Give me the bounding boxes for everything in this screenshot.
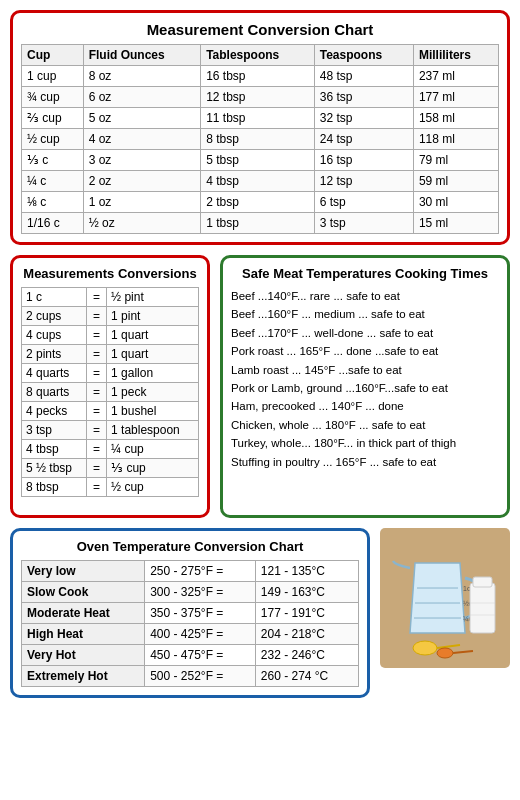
table-cell: 204 - 218°C [255,624,358,645]
table-cell: 79 ml [413,150,498,171]
table-cell: = [87,421,107,440]
table-cell: 6 tsp [314,192,413,213]
measurement-chart-col-header: Teaspoons [314,45,413,66]
table-cell: 237 ml [413,66,498,87]
table-cell: Slow Cook [22,582,145,603]
safe-meat-list: Beef ...140°F... rare ... safe to eatBee… [231,287,499,471]
table-cell: 32 tsp [314,108,413,129]
table-cell: = [87,478,107,497]
table-cell: 24 tsp [314,129,413,150]
table-cell: = [87,345,107,364]
table-row: Slow Cook300 - 325°F =149 - 163°C [22,582,359,603]
table-row: Extremely Hot500 - 252°F =260 - 274 °C [22,666,359,687]
table-cell: 8 tbsp [22,478,87,497]
table-cell: = [87,288,107,307]
table-cell: Very Hot [22,645,145,666]
table-cell: Very low [22,561,145,582]
table-cell: 30 ml [413,192,498,213]
table-cell: ¼ c [22,171,84,192]
safe-meat-item: Pork roast ... 165°F ... done ...safe to… [231,342,499,360]
table-cell: Extremely Hot [22,666,145,687]
table-cell: 1 pint [107,307,199,326]
measurement-chart-title: Measurement Conversion Chart [21,21,499,38]
table-cell: = [87,402,107,421]
table-cell: 232 - 246°C [255,645,358,666]
table-cell: 350 - 375°F = [145,603,256,624]
table-cell: 48 tsp [314,66,413,87]
table-cell: 2 cups [22,307,87,326]
table-cell: 6 oz [83,87,200,108]
table-cell: ½ oz [83,213,200,234]
safe-meat-wrapper: Safe Meat Temperatures Cooking Times Bee… [220,255,510,518]
table-cell: 4 tbsp [22,440,87,459]
safe-meat-item: Pork or Lamb, ground ...160°F...safe to … [231,379,499,397]
table-cell: 2 oz [83,171,200,192]
safe-meat-section: Safe Meat Temperatures Cooking Times Bee… [220,255,510,518]
table-cell: 1 bushel [107,402,199,421]
table-cell: 1 quart [107,326,199,345]
safe-meat-item: Beef ...160°F ... medium ... safe to eat [231,305,499,323]
table-cell: 16 tsp [314,150,413,171]
safe-meat-item: Turkey, whole... 180°F... in thick part … [231,434,499,452]
table-cell: 1 gallon [107,364,199,383]
oven-row: Oven Temperature Conversion Chart Very l… [10,528,510,708]
measurement-chart-header: CupFluid OuncesTablespoonsTeaspoonsMilli… [22,45,499,66]
table-row: 2 cups=1 pint [22,307,199,326]
table-cell: 59 ml [413,171,498,192]
table-cell: 4 cups [22,326,87,345]
table-row: ⅓ c3 oz5 tbsp16 tsp79 ml [22,150,499,171]
table-cell: ¼ cup [107,440,199,459]
table-cell: 4 pecks [22,402,87,421]
table-cell: 1 c [22,288,87,307]
table-row: 1 cup8 oz16 tbsp48 tsp237 ml [22,66,499,87]
measuring-cup-svg: 1c ½c ¼c [385,533,505,663]
kitchen-image: 1c ½c ¼c [380,528,510,668]
table-cell: = [87,364,107,383]
safe-meat-item: Beef ...140°F... rare ... safe to eat [231,287,499,305]
table-row: Very Hot450 - 475°F =232 - 246°C [22,645,359,666]
conversions-body: 1 c=½ pint2 cups=1 pint4 cups=1 quart2 p… [22,288,199,497]
table-cell: 2 tbsp [201,192,315,213]
safe-meat-item: Lamb roast ... 145°F ...safe to eat [231,361,499,379]
measurement-chart-col-header: Cup [22,45,84,66]
table-row: 2 pints=1 quart [22,345,199,364]
table-cell: = [87,383,107,402]
table-row: 5 ½ tbsp=⅓ cup [22,459,199,478]
table-cell: 8 tbsp [201,129,315,150]
table-cell: High Heat [22,624,145,645]
table-cell: = [87,459,107,478]
table-row: ¾ cup6 oz12 tbsp36 tsp177 ml [22,87,499,108]
table-cell: 1 tbsp [201,213,315,234]
table-cell: 250 - 275°F = [145,561,256,582]
table-cell: 11 tbsp [201,108,315,129]
table-cell: ⅓ c [22,150,84,171]
table-row: 4 tbsp=¼ cup [22,440,199,459]
measurement-chart-table: CupFluid OuncesTablespoonsTeaspoonsMilli… [21,44,499,234]
table-row: 4 cups=1 quart [22,326,199,345]
table-cell: 3 oz [83,150,200,171]
table-cell: 4 tbsp [201,171,315,192]
measurements-conversions-section: Measurements Conversions 1 c=½ pint2 cup… [10,255,210,518]
safe-meat-item: Stuffing in poultry ... 165°F ... safe t… [231,453,499,471]
table-cell: 5 oz [83,108,200,129]
table-cell: ½ pint [107,288,199,307]
table-row: ¼ c2 oz4 tbsp12 tsp59 ml [22,171,499,192]
table-row: 4 quarts=1 gallon [22,364,199,383]
table-row: ⅛ c1 oz2 tbsp6 tsp30 ml [22,192,499,213]
svg-rect-11 [470,583,495,633]
table-cell: ½ cup [107,478,199,497]
table-cell: = [87,440,107,459]
table-cell: 3 tsp [22,421,87,440]
middle-row: Measurements Conversions 1 c=½ pint2 cup… [10,255,510,518]
table-cell: 2 pints [22,345,87,364]
oven-section: Oven Temperature Conversion Chart Very l… [10,528,370,708]
measurement-chart-col-header: Fluid Ounces [83,45,200,66]
table-cell: 1 peck [107,383,199,402]
oven-chart-box: Oven Temperature Conversion Chart Very l… [10,528,370,698]
svg-rect-12 [473,577,492,587]
safe-meat-title: Safe Meat Temperatures Cooking Times [231,266,499,281]
safe-meat-item: Ham, precooked ... 140°F ... done [231,397,499,415]
table-cell: 3 tsp [314,213,413,234]
svg-point-7 [413,641,437,655]
table-cell: 300 - 325°F = [145,582,256,603]
